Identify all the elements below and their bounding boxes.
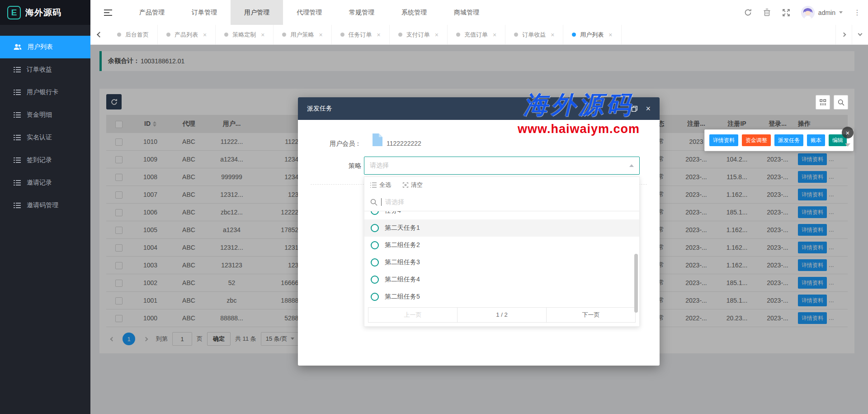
tab-close-icon[interactable]: × xyxy=(493,31,496,38)
nav-item[interactable]: 产品管理 xyxy=(126,0,178,25)
radio-icon xyxy=(371,293,379,301)
tab-dot-icon xyxy=(117,33,121,37)
radio-icon xyxy=(371,241,379,249)
row-action-button[interactable]: 详情资料 xyxy=(709,134,738,146)
columns-icon[interactable] xyxy=(816,95,830,109)
dropdown-option[interactable]: 第二组任务2 xyxy=(364,237,639,254)
chevron-down-icon xyxy=(845,143,850,149)
clear-button[interactable]: 清空 xyxy=(403,181,423,189)
tab-label: 任务订单 xyxy=(349,31,372,39)
tab-label: 订单收益 xyxy=(522,31,546,39)
dropdown-option[interactable]: 第二组任务3 xyxy=(364,254,639,271)
tab-close-icon[interactable]: × xyxy=(319,31,322,38)
username-label: admin xyxy=(818,9,835,16)
strategy-select[interactable]: 请选择 xyxy=(364,157,640,175)
dropdown-options: 任务4第二天任务1第二组任务2第二组任务3第二组任务4第二组任务5 xyxy=(364,211,639,307)
sidebar-item[interactable]: 用户列表 xyxy=(0,36,90,58)
trash-icon[interactable] xyxy=(763,9,771,17)
dropdown-search-input[interactable]: 请选择 xyxy=(364,193,639,211)
user-menu[interactable]: admin xyxy=(801,6,843,19)
search-icon[interactable] xyxy=(834,95,848,109)
member-value: 1122222222 xyxy=(387,140,421,147)
dropdown-option[interactable]: 第二组任务5 xyxy=(364,288,639,305)
search-placeholder: 请选择 xyxy=(385,198,404,206)
tab-label: 支付订单 xyxy=(406,31,430,39)
document-icon xyxy=(372,133,382,148)
table-toolbar-icons xyxy=(816,95,848,109)
select-all-button[interactable]: 全选 xyxy=(370,181,391,189)
dropdown-page-indicator: 1 / 2 xyxy=(457,308,546,322)
row-action-button[interactable]: 派发任务 xyxy=(774,134,803,146)
tab-dot-icon xyxy=(282,33,286,37)
dropdown-prev-button[interactable]: 上一页 xyxy=(368,308,457,322)
sidebar-item[interactable]: 邀请码管理 xyxy=(0,194,90,217)
header-right: admin ⋮ xyxy=(744,0,868,25)
modal-close-icon[interactable]: × xyxy=(646,105,651,113)
select-all-label: 全选 xyxy=(379,181,391,189)
popup-close-icon[interactable]: × xyxy=(842,127,854,138)
fullscreen-icon[interactable] xyxy=(782,9,790,17)
dropdown-option[interactable]: 任务4 xyxy=(364,211,639,219)
sidebar-item[interactable]: 签到记录 xyxy=(0,149,90,171)
tab-close-icon[interactable]: × xyxy=(261,31,264,38)
tab-close-icon[interactable]: × xyxy=(551,31,554,38)
scrollbar-thumb[interactable] xyxy=(634,254,638,313)
dropdown-next-button[interactable]: 下一页 xyxy=(546,308,635,322)
tab[interactable]: 后台首页 xyxy=(108,25,158,44)
nav-item[interactable]: 商城管理 xyxy=(440,0,493,25)
tab-label: 用户策略 xyxy=(290,31,314,39)
nav-item[interactable]: 代理管理 xyxy=(283,0,335,25)
tab-close-icon[interactable]: × xyxy=(377,31,381,38)
tab[interactable]: 用户策略× xyxy=(274,25,331,44)
tab[interactable]: 产品列表× xyxy=(158,25,216,44)
tab[interactable]: 充值订单× xyxy=(448,25,505,44)
tabs: 后台首页产品列表×策略定制×用户策略×任务订单×支付订单×充值订单×订单收益×用… xyxy=(108,25,835,44)
radio-icon xyxy=(371,211,379,215)
sidebar-collapse-icon[interactable] xyxy=(90,0,126,25)
dropdown-option[interactable]: 第二天任务1 xyxy=(364,219,639,237)
tab-close-icon[interactable]: × xyxy=(609,31,612,38)
radio-icon xyxy=(371,224,379,232)
chevron-down-icon xyxy=(839,11,843,15)
tab-close-icon[interactable]: × xyxy=(203,31,207,38)
nav-item[interactable]: 订单管理 xyxy=(178,0,231,25)
sidebar-item[interactable]: 资金明细 xyxy=(0,104,90,126)
sidebar-item[interactable]: 用户银行卡 xyxy=(0,81,90,104)
avatar xyxy=(801,6,815,19)
row-action-button[interactable]: 账本 xyxy=(807,134,825,146)
nav-item[interactable]: 系统管理 xyxy=(388,0,440,25)
option-label: 第二组任务2 xyxy=(385,241,420,249)
sidebar-item[interactable]: 实名认证 xyxy=(0,126,90,149)
tab[interactable]: 策略定制× xyxy=(216,25,274,44)
dropdown-option[interactable]: 第二组任务4 xyxy=(364,271,639,288)
option-label: 第二组任务4 xyxy=(385,276,420,284)
select-placeholder: 请选择 xyxy=(370,162,389,170)
tabs-scroll-right-icon[interactable] xyxy=(835,25,852,44)
tab[interactable]: 支付订单× xyxy=(390,25,448,44)
tab-close-icon[interactable]: × xyxy=(435,31,439,38)
option-label: 第二组任务5 xyxy=(385,293,420,301)
row-action-button[interactable]: 资金调整 xyxy=(742,134,771,146)
sidebar-item-label: 实名认证 xyxy=(27,133,52,142)
sidebar-item-label: 邀请码管理 xyxy=(27,201,58,209)
modal-maximize-icon[interactable] xyxy=(632,106,637,112)
refresh-icon[interactable] xyxy=(744,9,752,17)
tab-dot-icon xyxy=(340,33,344,37)
nav-item[interactable]: 常规管理 xyxy=(335,0,388,25)
sidebar-item[interactable]: 邀请记录 xyxy=(0,171,90,194)
tabs-menu-icon[interactable] xyxy=(852,25,868,44)
sidebar-item[interactable]: 订单收益 xyxy=(0,58,90,81)
app-logo: E 海外源码 xyxy=(0,0,90,25)
nav-item[interactable]: 用户管理 xyxy=(231,0,283,25)
tab-label: 用户列表 xyxy=(580,31,604,39)
tab[interactable]: 订单收益× xyxy=(505,25,563,44)
more-menu-icon[interactable]: ⋮ xyxy=(854,8,861,17)
tabs-scroll-left-icon[interactable] xyxy=(90,25,108,44)
strategy-dropdown-panel: 全选 清空 请选择 任务4第二天任务1第二组任务2第二组任务3第二组任务4第二组… xyxy=(364,176,640,327)
modal-title: 派发任务 xyxy=(307,105,332,113)
modal-header: 派发任务 × xyxy=(298,97,660,120)
radio-icon xyxy=(371,258,379,266)
tab[interactable]: 用户列表× xyxy=(563,25,621,44)
text-cursor xyxy=(381,198,382,206)
tab[interactable]: 任务订单× xyxy=(332,25,390,44)
